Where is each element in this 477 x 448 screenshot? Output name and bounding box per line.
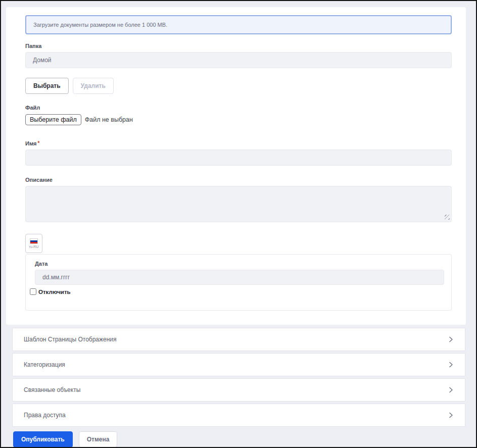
date-label: Дата [35,261,444,267]
date-input[interactable] [35,270,444,285]
accordion-label: Шаблон Страницы Отображения [24,336,117,343]
form-footer-actions: Опубликовать Отмена [13,431,476,447]
folder-actions-row: Выбрать Удалить [25,78,452,94]
date-fieldset: Дата Отключить [25,254,452,311]
chevron-right-icon [448,336,454,342]
accordion-label: Категоризация [24,361,65,368]
file-choose-button[interactable]: Выберите файл [25,114,81,125]
dropzone-hint-text: Загрузите документы размером не более 1 … [33,22,167,28]
name-label-text: Имя [25,140,36,146]
select-folder-button[interactable]: Выбрать [25,78,69,94]
date-fieldset-inner: Дата [35,261,444,285]
disable-checkbox-row: Отключить [30,288,445,295]
accordion-section-related-assets[interactable]: Связанные объекты [12,378,465,402]
accordion-section-permissions[interactable]: Права доступа [12,404,465,427]
accordion-section-display-page-template[interactable]: Шаблон Страницы Отображения [12,328,465,351]
file-status-text: Файл не выбран [85,116,133,123]
folder-input [25,52,452,68]
ru-flag-icon [30,238,38,244]
chevron-right-icon [448,412,454,418]
accordion-label: Права доступа [24,412,66,419]
accordion-label: Связанные объекты [24,386,80,393]
accordion-section-categorization[interactable]: Категоризация [12,353,465,376]
chevron-right-icon [448,362,454,368]
document-form-card: Загрузите документы размером не более 1 … [6,7,466,325]
description-label: Описание [25,177,452,183]
file-input-row: Выберите файл Файл не выбран [25,114,452,125]
required-asterisk: * [37,140,39,146]
locale-code-text: ru-RU [29,245,39,248]
remove-folder-button: Удалить [73,78,114,94]
accordion-list: Шаблон Страницы Отображения Категоризаци… [12,328,465,427]
chevron-right-icon [448,387,454,393]
description-field-wrap [25,186,452,222]
name-label: Имя* [25,140,452,146]
name-input[interactable] [25,150,452,166]
cancel-button[interactable]: Отмена [79,431,118,447]
publish-button[interactable]: Опубликовать [13,431,73,447]
file-label: Файл [25,105,452,111]
folder-label: Папка [25,43,452,49]
locale-selector-button[interactable]: ru-RU [25,234,42,253]
document-upload-form-page: Загрузите документы размером не более 1 … [0,0,477,448]
disable-checkbox-label: Отключить [38,289,71,295]
description-textarea[interactable] [25,186,452,222]
disable-checkbox[interactable] [30,288,36,295]
upload-dropzone[interactable]: Загрузите документы размером не более 1 … [25,15,452,34]
